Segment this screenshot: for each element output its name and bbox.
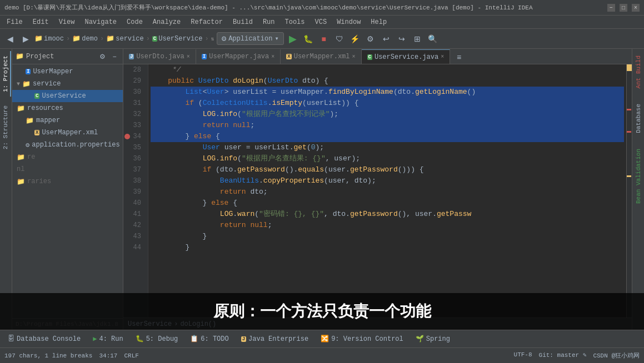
profile-button[interactable]: ⚡ — [348, 32, 362, 46]
settings-button[interactable]: ⚙ — [364, 32, 377, 46]
menu-edit[interactable]: Edit — [28, 17, 53, 27]
code-line-31: if (CollectionUtils.isEmpty(userList)) { — [151, 98, 624, 109]
search-button[interactable]: 🔍 — [426, 32, 440, 46]
tree-item-userservice[interactable]: C UserService — [12, 90, 123, 102]
debug-icon: 🐛 — [136, 335, 144, 343]
tab-close-usermapper-xml[interactable]: × — [352, 54, 356, 60]
menu-tools[interactable]: Tools — [281, 17, 309, 27]
menu-code[interactable]: Code — [122, 17, 147, 27]
tree-label-usermapper-xml: UserMapper.xml — [42, 129, 98, 137]
back-button[interactable]: ◀ — [3, 32, 17, 46]
bottom-tab-run[interactable]: ▶ 4: Run — [87, 332, 128, 346]
menu-vcs[interactable]: VCS — [311, 17, 332, 27]
bottom-tab-label-todo: 6: TODO — [201, 335, 228, 343]
close-button[interactable]: × — [632, 4, 640, 12]
code-line-30: List<User> userList = userMapper.findByL… — [151, 87, 624, 98]
title-bar-controls: − □ × — [607, 4, 640, 12]
folder-icon3: 📁 — [26, 117, 34, 125]
tab-icon-userdto: J — [129, 54, 134, 59]
coverage-button[interactable]: 🛡 — [333, 32, 346, 46]
breadcrumb-folder-icon3: 📁 — [106, 34, 114, 43]
menu-run[interactable]: Run — [258, 17, 279, 27]
breadcrumb-demo[interactable]: demo — [82, 35, 98, 43]
menu-help[interactable]: Help — [366, 17, 391, 27]
redo-button[interactable]: ↪ — [395, 32, 408, 46]
menu-window[interactable]: Window — [332, 17, 365, 27]
bottom-tab-label-run: 4: Run — [99, 335, 123, 343]
bottom-tab-java-enterprise[interactable]: J Java Enterprise — [236, 332, 314, 346]
tab-userservice[interactable]: C UserService.java × — [362, 49, 451, 64]
maximize-button[interactable]: □ — [620, 4, 627, 12]
class-icon: C — [152, 36, 157, 42]
run-config-selector[interactable]: ⚙ Application ▾ — [217, 32, 284, 45]
toolbar: ◀ ▶ 📁 imooc › 📁 demo › 📁 service › C Use… — [0, 29, 644, 49]
code-line-39: return dto; — [151, 186, 624, 198]
tree-item-libraries[interactable]: 📁 raries — [12, 175, 123, 188]
right-tab-database[interactable]: Database — [634, 99, 643, 138]
tree-label-app-props: application.properties — [32, 141, 119, 149]
tab-usermapper-java[interactable]: I UserMapper.java × — [196, 49, 281, 64]
sidebar-tab-project[interactable]: 1: Project — [1, 51, 11, 97]
menu-refactor[interactable]: Refactor — [186, 17, 227, 27]
status-col: CRLF — [124, 352, 138, 359]
tree-item-app-props[interactable]: ⚙ application.properties — [12, 139, 123, 151]
project-tree: I UserMapper ▼ 📁 service C UserService 📁… — [12, 64, 123, 318]
debug-button[interactable]: 🐛 — [302, 32, 315, 46]
menu-build[interactable]: Build — [228, 17, 257, 27]
tree-item-more1[interactable]: 📁 re — [12, 151, 123, 163]
folder-icon5: 📁 — [17, 178, 25, 186]
bottom-tab-spring[interactable]: 🌱 Spring — [410, 332, 456, 346]
tab-userdto[interactable]: J UserDto.java × — [123, 49, 196, 64]
bottom-tab-todo[interactable]: 📋 6: TODO — [184, 332, 234, 346]
stop-button[interactable]: ■ — [317, 32, 331, 46]
tab-label-userservice: UserService.java — [375, 53, 438, 61]
tab-close-userservice[interactable]: × — [441, 54, 444, 60]
gutter-line-28: 28 — [123, 64, 144, 75]
sidebar-tab-structure[interactable]: 2: Structure — [1, 101, 11, 154]
bottom-tab-database-console[interactable]: 🗄 Database Console — [2, 332, 86, 346]
breadcrumb-userservice[interactable]: UserService — [158, 35, 202, 43]
code-content[interactable]: */ public UserDto doLogin(UserDto dto) {… — [148, 64, 626, 317]
gutter-line-41: 41 — [123, 209, 144, 220]
panel-settings-button[interactable]: ⚙ — [97, 52, 107, 62]
bottom-tab-debug[interactable]: 🐛 5: Debug — [130, 332, 184, 346]
tree-item-service-folder[interactable]: ▼ 📁 service — [12, 78, 123, 90]
menu-file[interactable]: File — [2, 17, 27, 27]
minimize-button[interactable]: − — [607, 4, 615, 12]
breadcrumb-service[interactable]: service — [116, 35, 143, 43]
undo-button[interactable]: ↩ — [380, 32, 393, 46]
tree-item-mapper-folder[interactable]: 📁 mapper — [12, 114, 123, 127]
code-line-37: if (dto.getPassword().equals(user.getPas… — [151, 164, 624, 175]
bottom-tab-version-control[interactable]: 🔀 9: Version Control — [315, 332, 409, 346]
menu-analyze[interactable]: Analyze — [148, 17, 185, 27]
right-tab-ant-build[interactable]: Ant Build — [634, 51, 643, 93]
tab-close-userdto[interactable]: × — [187, 54, 190, 60]
right-tab-bean-validation[interactable]: Bean Validation — [634, 144, 643, 208]
tab-usermapper-xml[interactable]: X UserMapper.xml × — [281, 49, 361, 64]
breadcrumb-imooc[interactable]: imooc — [44, 35, 64, 43]
error-indicator-top — [627, 64, 632, 71]
menu-view[interactable]: View — [54, 17, 79, 27]
status-encoding[interactable]: UTF-8 — [514, 351, 532, 360]
tree-item-resources[interactable]: 📁 resources — [12, 102, 123, 114]
layout-button[interactable]: ⊞ — [411, 32, 424, 46]
code-line-44: } — [151, 242, 624, 253]
status-git[interactable]: Git: master ✎ — [539, 351, 587, 360]
gutter-line-34: 34 — [123, 131, 144, 142]
tab-more-button[interactable]: ≡ — [452, 51, 466, 64]
left-sidebar-tabs: 1: Project 2: Structure — [0, 49, 12, 330]
panel-collapse-button[interactable]: − — [109, 52, 119, 62]
menu-navigate[interactable]: Navigate — [80, 17, 121, 27]
code-line-42: return null; — [151, 220, 624, 231]
folder-icon4: 📁 — [17, 153, 25, 162]
java-enterprise-icon: J — [241, 336, 246, 342]
tab-close-usermapper[interactable]: × — [271, 54, 274, 60]
folder-icon: 📁 — [22, 80, 31, 88]
tree-item-more2[interactable]: nl — [12, 163, 123, 175]
forward-button[interactable]: ▶ — [19, 32, 32, 46]
bottom-tab-label-db: Database Console — [17, 335, 81, 343]
vcs-icon: 🔀 — [321, 335, 329, 343]
run-button[interactable]: ▶ — [286, 32, 299, 46]
tree-item-usermapper-xml[interactable]: X UserMapper.xml — [12, 127, 123, 139]
tree-item-usermapper[interactable]: I UserMapper — [12, 65, 123, 78]
